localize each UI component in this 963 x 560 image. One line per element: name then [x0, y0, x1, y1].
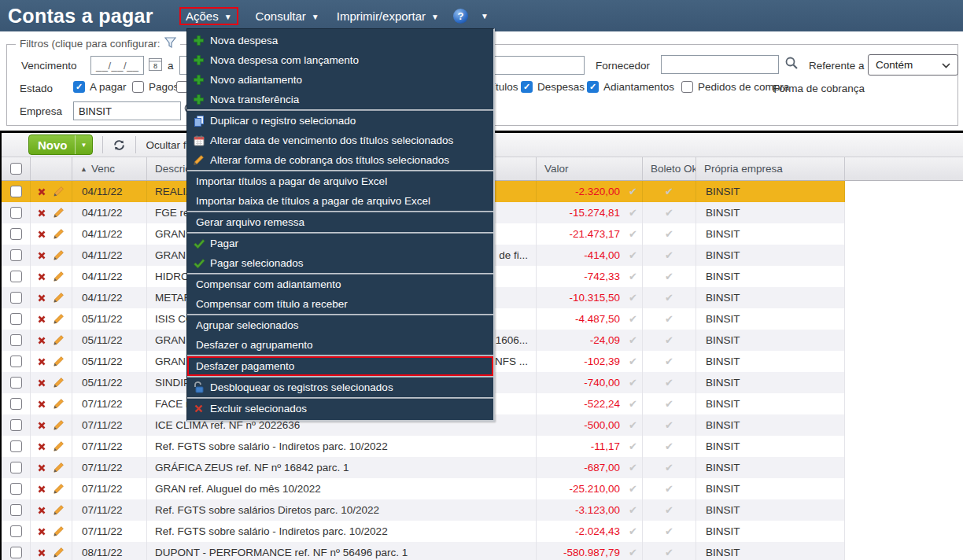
edit-row-icon[interactable] — [53, 228, 65, 240]
edit-row-icon[interactable] — [53, 462, 65, 473]
edit-row-icon[interactable] — [53, 377, 65, 389]
menu-item-agrupar-selecionados[interactable]: Agrupar selecionados — [187, 315, 493, 335]
menu-item-desfazer-pagamento[interactable]: Desfazer pagamento — [187, 356, 493, 376]
row-checkbox[interactable] — [10, 504, 22, 516]
row-checkbox[interactable] — [10, 334, 22, 346]
vencimento-from-input[interactable]: __/__/__ — [90, 56, 144, 75]
column-header-valor[interactable]: Valor — [537, 157, 643, 180]
delete-row-icon[interactable] — [38, 273, 46, 281]
row-checkbox[interactable] — [10, 483, 22, 495]
filter-checkbox-a-pagar[interactable]: ✓A pagar — [73, 81, 127, 93]
menu-consultar[interactable]: Consultar▼ — [256, 9, 319, 23]
menu-item-importar-baixa-de-titulos-a-pagar-de-arquivo-excel[interactable]: Importar baixa de títulos a pagar de arq… — [187, 191, 493, 211]
delete-row-icon[interactable] — [38, 294, 46, 302]
row-checkbox[interactable] — [10, 207, 22, 219]
delete-row-icon[interactable] — [38, 230, 46, 238]
edit-row-icon[interactable] — [53, 313, 65, 325]
delete-row-icon[interactable] — [38, 252, 46, 260]
row-checkbox[interactable] — [10, 186, 22, 197]
filter-checkbox-pedidos-de-compra[interactable]: Pedidos de compra — [681, 81, 789, 93]
delete-row-icon[interactable] — [38, 422, 46, 429]
edit-row-icon[interactable] — [53, 334, 65, 346]
edit-row-icon[interactable] — [53, 483, 65, 495]
filters-legend[interactable]: Filtros (clique para configurar: — [16, 37, 180, 50]
menu-item-compensar-com-titulo-a-receber[interactable]: Compensar com título a receber — [187, 294, 493, 314]
edit-row-icon[interactable] — [53, 249, 65, 261]
delete-row-icon[interactable] — [38, 358, 46, 366]
checkbox-icon[interactable]: ✓ — [73, 81, 85, 93]
menu-item-pagar-selecionados[interactable]: Pagar selecionados — [187, 253, 493, 273]
help-icon[interactable]: ? — [453, 9, 468, 24]
row-checkbox[interactable] — [10, 313, 22, 325]
edit-row-icon[interactable] — [53, 398, 65, 410]
edit-row-icon[interactable] — [53, 186, 65, 197]
row-checkbox[interactable] — [10, 377, 22, 389]
delete-row-icon[interactable] — [38, 507, 46, 514]
menu-item-pagar[interactable]: Pagar — [187, 234, 493, 253]
delete-row-icon[interactable] — [38, 528, 46, 536]
checkbox-icon[interactable]: ✓ — [521, 81, 533, 93]
menu-item-desfazer-o-agrupamento[interactable]: Desfazer o agrupamento — [187, 335, 493, 355]
menu-item-excluir-selecionados[interactable]: Excluir selecionados — [187, 399, 493, 418]
edit-row-icon[interactable] — [53, 419, 65, 431]
edit-row-icon[interactable] — [53, 207, 65, 219]
filter-checkbox-despesas[interactable]: ✓Despesas — [521, 81, 585, 93]
edit-row-icon[interactable] — [53, 525, 65, 537]
delete-row-icon[interactable] — [38, 443, 46, 451]
checkbox-icon[interactable] — [681, 81, 693, 93]
menu-acoes[interactable]: Ações▼ — [179, 7, 238, 25]
novo-button[interactable]: Novo ▼ — [28, 134, 93, 155]
delete-row-icon[interactable] — [38, 400, 46, 408]
row-checkbox[interactable] — [10, 419, 22, 431]
row-checkbox[interactable] — [10, 249, 22, 261]
delete-row-icon[interactable] — [38, 188, 46, 196]
edit-row-icon[interactable] — [53, 271, 65, 282]
menu-item-nova-despesa[interactable]: Nova despesa — [187, 31, 493, 50]
menu-item-compensar-com-adiantamento[interactable]: Compensar com adiantamento — [187, 274, 493, 294]
referente-select[interactable]: Contém — [868, 54, 958, 76]
chevron-down-icon[interactable]: ▼ — [481, 12, 489, 20]
delete-row-icon[interactable] — [38, 549, 46, 557]
column-header-venc[interactable]: ▲ Venc — [72, 157, 147, 180]
empresa-input[interactable]: BINSIT — [73, 101, 181, 120]
edit-row-icon[interactable] — [53, 440, 65, 452]
row-checkbox[interactable] — [10, 462, 22, 473]
row-checkbox[interactable] — [10, 547, 22, 558]
menu-item-nova-transferencia[interactable]: Nova transferência — [187, 90, 493, 109]
datepicker-icon[interactable]: 8 — [148, 57, 163, 75]
menu-item-alterar-forma-de-cobranca-dos-titulos-selecionados[interactable]: Alterar forma de cobrança dos títulos se… — [187, 150, 493, 170]
menu-item-duplicar-o-registro-selecionado[interactable]: Duplicar o registro selecionado — [187, 111, 493, 131]
menu-item-alterar-data-de-vencimento-dos-titulos-selecionados[interactable]: Alterar data de vencimento dos títulos s… — [187, 131, 493, 150]
search-icon[interactable] — [784, 56, 799, 70]
row-checkbox[interactable] — [10, 292, 22, 304]
delete-row-icon[interactable] — [38, 464, 46, 472]
menu-item-importar-titulos-a-pagar-de-arquivo-excel[interactable]: Importar títulos a pagar de arquivo Exce… — [187, 171, 493, 191]
edit-row-icon[interactable] — [53, 356, 65, 367]
edit-row-icon[interactable] — [53, 547, 65, 558]
menu-item-gerar-arquivo-remessa[interactable]: Gerar arquivo remessa — [187, 212, 493, 232]
row-checkbox[interactable] — [10, 228, 22, 240]
chevron-down-icon[interactable]: ▼ — [76, 142, 93, 149]
select-all-checkbox[interactable] — [10, 163, 22, 175]
checkbox-icon[interactable]: ✓ — [587, 81, 599, 93]
delete-row-icon[interactable] — [38, 315, 46, 323]
edit-row-icon[interactable] — [53, 292, 65, 304]
menu-item-novo-adiantamento[interactable]: Novo adiantamento — [187, 70, 493, 90]
column-header-boleto[interactable]: Boleto Ok — [643, 157, 696, 180]
row-checkbox[interactable] — [10, 356, 22, 367]
refresh-icon[interactable] — [113, 138, 126, 152]
row-checkbox[interactable] — [10, 271, 22, 282]
delete-row-icon[interactable] — [38, 209, 46, 217]
row-checkbox[interactable] — [10, 525, 22, 537]
fornecedor-input[interactable] — [661, 55, 779, 74]
edit-row-icon[interactable] — [53, 504, 65, 516]
menu-item-nova-despesa-com-lancamento[interactable]: Nova despesa com lançamento — [187, 50, 493, 70]
row-checkbox[interactable] — [10, 398, 22, 410]
delete-row-icon[interactable] — [38, 337, 46, 344]
row-checkbox[interactable] — [10, 440, 22, 452]
column-header-empresa[interactable]: Própria empresa — [696, 157, 845, 180]
menu-item-desbloquear-os-registros-selecionados[interactable]: Desbloquear os registros selecionados — [187, 378, 493, 397]
filter-checkbox-pagos[interactable]: Pagos — [132, 81, 179, 93]
filter-checkbox-adiantamentos[interactable]: ✓Adiantamentos — [587, 81, 674, 93]
delete-row-icon[interactable] — [38, 379, 46, 387]
